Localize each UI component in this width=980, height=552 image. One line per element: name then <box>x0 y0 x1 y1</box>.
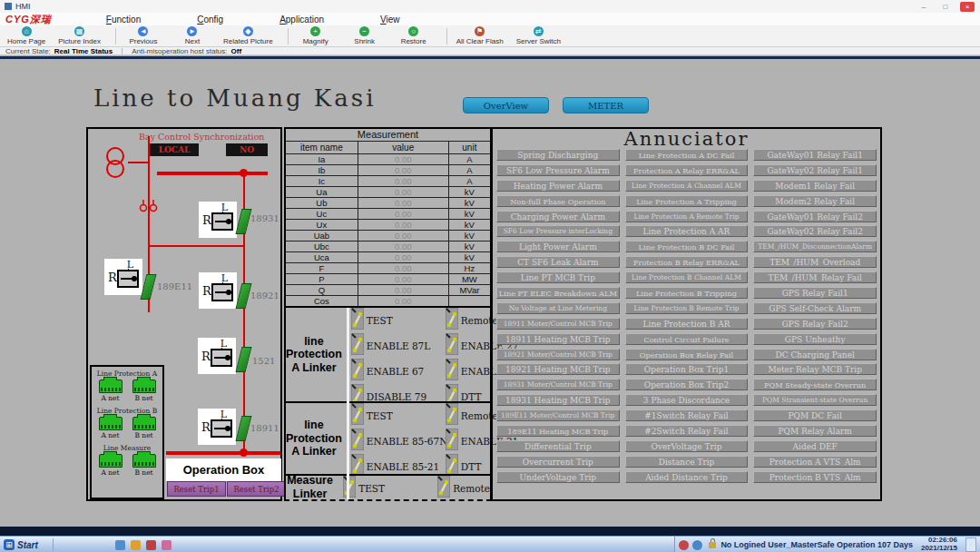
toolbar-button-label: Next <box>185 37 200 45</box>
menu-item-view[interactable]: View <box>380 15 400 25</box>
toolbar-home-page[interactable]: ⌂Home Page <box>7 26 45 45</box>
annunciator-tile: PQM DC Fail <box>753 409 877 421</box>
tray-eye-icon[interactable] <box>115 540 125 550</box>
toolbar-button-label: Restore <box>401 37 426 45</box>
breaker-box-1521[interactable]: R L <box>198 338 236 374</box>
overview-button[interactable]: OverView <box>463 97 549 113</box>
tray-ball-icon[interactable] <box>679 540 689 550</box>
measurement-cell: 0.00 <box>358 242 449 251</box>
disconnector-18931-icon[interactable] <box>236 209 252 234</box>
session-status: No Logined User_MasterSafe Operation 107… <box>720 540 913 549</box>
network-port-label: A net <box>101 431 119 439</box>
linker-switch-test[interactable]: TEST <box>351 308 446 333</box>
linker-switch-test[interactable]: TEST <box>343 476 437 501</box>
windows-logo-icon: ⊞ <box>4 539 15 550</box>
menu-item-application[interactable]: Application <box>279 15 324 25</box>
annunciator-tile: UnderVoltage Trip <box>496 471 620 483</box>
tray-net-icon[interactable] <box>692 540 702 550</box>
menu-item-config[interactable]: Config <box>197 15 223 25</box>
taskbar-divider <box>53 538 54 551</box>
linker-section: line Protection A LinkerTESTRemoteENABLE… <box>286 401 490 473</box>
linker-section-title: Measure Linker <box>286 476 334 499</box>
picture-index-icon: ▦ <box>74 26 84 36</box>
annunciator-tile: No Voltage at Line Metering <box>496 302 620 314</box>
breaker-r-label: R <box>201 420 211 434</box>
measurement-row: Ia0.00A <box>286 154 490 165</box>
menu-item-function[interactable]: Function <box>106 15 141 25</box>
local-indicator: LOCAL <box>150 143 199 156</box>
toolbar-restore[interactable]: ○Restore <box>396 26 432 45</box>
measurement-cell: A <box>449 176 490 186</box>
network-panel: Line Protection AA netB netLine Protecti… <box>90 365 164 499</box>
reset-trip2-button[interactable]: Reset Trip2 <box>227 481 286 497</box>
knife-switch-icon <box>446 308 458 333</box>
single-line-diagram: Bay Control Synchronization LOCAL NO <box>86 127 282 501</box>
linker-switch-remote[interactable]: Remote <box>446 403 498 429</box>
measurement-row: Ubc0.00kV <box>286 242 490 252</box>
tray-orange-icon[interactable] <box>131 540 141 550</box>
annunciator-column: Spring DischargingSF6 Low Pressure Alarm… <box>496 149 620 496</box>
toolbar-server-switch[interactable]: ⇄Server Switch <box>516 26 561 45</box>
annunciator-tile: GPS Unheathy <box>753 333 877 345</box>
annunciator-tile: 18921 Heating MCB Trip <box>496 363 620 375</box>
disconnector-18921-icon[interactable] <box>236 283 252 309</box>
maximize-icon[interactable]: □ <box>938 2 953 12</box>
measurement-cell: Ub <box>286 198 358 208</box>
toolbar-shrink[interactable]: −Shrink <box>347 26 383 45</box>
breaker-box-18911[interactable]: R L <box>198 409 236 445</box>
knife-switch-icon <box>351 359 364 384</box>
breaker-label: 18931 <box>250 213 279 223</box>
toolbar-picture-index[interactable]: ▦Picture Index <box>58 26 101 45</box>
close-icon[interactable]: × <box>960 2 975 12</box>
tray-pink-icon[interactable] <box>162 540 172 550</box>
disconnector-189E11-icon[interactable] <box>141 274 157 300</box>
annunciator-tile: Distance Trip <box>625 456 749 468</box>
toolbar-next[interactable]: ►Next <box>174 26 211 45</box>
toolbar-previous[interactable]: ◄Previous <box>125 26 162 45</box>
knife-switch-icon <box>446 333 458 359</box>
breaker-box-18931[interactable]: R L <box>199 202 237 238</box>
annunciator-tile: #1Switch Relay Fail <box>625 409 749 421</box>
linker-switch-remote[interactable]: Remote <box>437 476 490 501</box>
meter-button[interactable]: METER <box>563 97 649 113</box>
annunciator-tile: PQM Stransient-state Overrun <box>753 394 877 406</box>
linker-switch-enable-85-67n[interactable]: ENABLE 85-67N <box>351 429 446 454</box>
toolbar-related-picture[interactable]: ◆Related Picture <box>223 26 273 45</box>
annunciator-tile: Meter Relay MCB Trip <box>753 363 877 375</box>
linker-section: line Protection A LinkerTESTRemoteENABLE… <box>286 308 490 401</box>
tray-shield-icon[interactable] <box>146 540 156 550</box>
annunciator-tile: Line PT ELEC Breakdown ALM <box>496 287 620 299</box>
toolbar-magnify[interactable]: +Magnify <box>298 26 334 45</box>
measurement-cell: kV <box>449 231 490 241</box>
measurement-row: Uab0.00kV <box>286 231 490 242</box>
toolbar-button-label: All Clear Flash <box>456 37 504 45</box>
minimize-icon[interactable]: – <box>916 2 931 12</box>
linker-switch-enable-67[interactable]: ENABLE 67 <box>351 359 446 384</box>
annunciator-tile: 18921 Moter/Control MCB Trip <box>496 349 620 360</box>
measurement-cell: Uc <box>286 209 358 219</box>
reset-trip1-button[interactable]: Reset Trip1 <box>167 481 226 497</box>
annunciator-tile: Line Protection B Tripping <box>625 287 749 299</box>
linker-switch-enable-87l[interactable]: ENABLE 87L <box>351 333 446 359</box>
measurement-title: Measurement <box>286 129 490 142</box>
linker-switch-remote[interactable]: Remote <box>446 308 498 333</box>
toolbar-button-label: Picture Index <box>58 37 101 45</box>
toolbar-all-clear-flash[interactable]: ⚑All Clear Flash <box>456 26 504 45</box>
disconnector-18911-icon[interactable] <box>236 416 252 441</box>
annunciator-column: Line Protection A DC FailProtection A Re… <box>625 149 749 496</box>
show-desktop-button[interactable] <box>965 537 976 552</box>
linker-switch-test[interactable]: TEST <box>351 403 446 429</box>
current-state-label: Current State: <box>5 47 51 55</box>
start-button[interactable]: ⊞ Start <box>0 537 45 552</box>
measurement-cell: Ux <box>286 220 358 230</box>
breaker-box-18921[interactable]: R L <box>199 272 237 309</box>
annunciator-tile: Overcurrent Trip <box>496 456 620 468</box>
disconnector-1521-icon[interactable] <box>236 347 252 372</box>
network-ports: A netB net <box>93 417 161 439</box>
toolbar-separator <box>115 28 116 44</box>
measurement-cell: kV <box>449 252 490 262</box>
network-port-label: B net <box>134 468 152 477</box>
linker-section-title: line Protection A Linker <box>286 308 342 401</box>
measurement-cell: Ubc <box>286 242 358 251</box>
breaker-box-189E11[interactable]: R L <box>104 259 142 295</box>
